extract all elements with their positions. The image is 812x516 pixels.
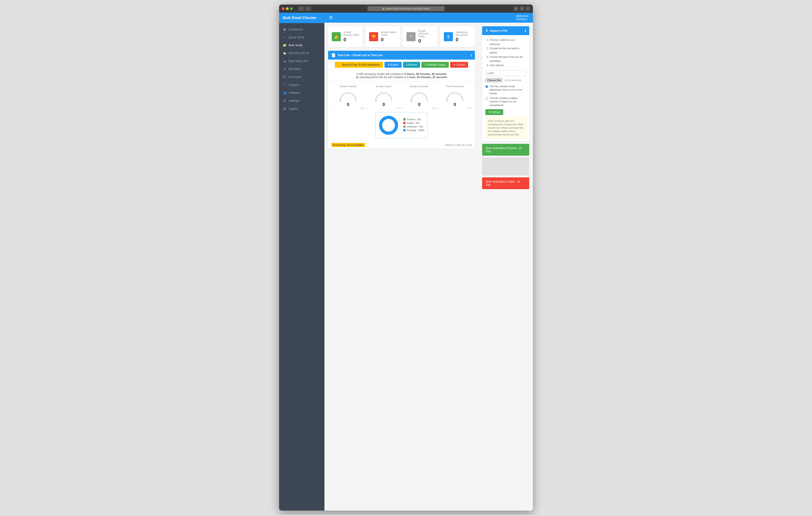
verif-passed-card[interactable]: Bulk Verifications Passed - 10 Day — [482, 144, 529, 156]
radio-group: This file contains email addresses only … — [485, 85, 526, 107]
panel-title: Test List – Email List to Test.csv — [338, 54, 469, 57]
close-button[interactable] — [282, 7, 285, 10]
radio-input-csv-only[interactable] — [485, 85, 488, 88]
main-content: ☰ Welcome! Richard L 👍 Emails Passed Tod… — [324, 13, 533, 511]
sidebar-item-dashboard[interactable]: ▦Dashboard — [279, 25, 324, 33]
lock-icon: 🔒 — [382, 7, 385, 10]
sidebar-label-purchase: Purchase — [289, 75, 301, 79]
sidebar-item-support[interactable]: ?Support — [279, 81, 324, 89]
gauge-value: 0 — [402, 102, 437, 107]
choose-file-button[interactable]: Choose File — [485, 78, 503, 83]
svg-point-1 — [384, 121, 393, 130]
legend-dot — [403, 129, 406, 131]
remaining-time: 6 hours, 59 minutes, 40 seconds — [405, 72, 446, 75]
gauge-svg — [374, 89, 394, 102]
purchase-icon: 🛒 — [283, 75, 286, 79]
sidebar-item-settings[interactable]: ⚙Settings — [279, 97, 324, 105]
pie-chart — [378, 115, 399, 135]
cancel-button[interactable]: ✕ Cancel — [450, 62, 468, 68]
sidebar-item-affiliates[interactable]: 👥Affiliates — [279, 89, 324, 97]
content-area: 👍 Emails Passed Today 0 👎 Emails Failed … — [324, 23, 533, 511]
remaining-info: 5,000 remaining emails will complete in … — [328, 70, 475, 81]
file-row: Choose File no file selected — [485, 78, 526, 83]
maximize-button[interactable] — [290, 7, 293, 10]
export-button[interactable]: ⬆ Export — [384, 62, 402, 68]
download-icon[interactable]: ⬇ — [514, 6, 518, 11]
url-bar[interactable]: 🔒 panel.bulkemailchecker.com/bulk-verify… — [368, 6, 444, 11]
stat-label-validations: Validations Remaining — [456, 31, 471, 36]
verif-failed-card[interactable]: Bulk Verifications Failed - 10 Day — [482, 177, 529, 189]
user-name: Richard L — [516, 18, 528, 21]
import-body: Choose a label for your reference.Choose… — [482, 35, 529, 141]
file-icon: 📄 — [331, 53, 336, 57]
minimize-button[interactable] — [286, 7, 289, 10]
legend-dot — [403, 122, 406, 124]
upload-button[interactable]: ⬆ Upload — [485, 109, 503, 115]
sidebar-item-bulk-verify[interactable]: 📁Bulk Verify — [279, 41, 324, 49]
chart-legend: Passed - 0%Failed - 0%Unknown - 0%Pendin… — [403, 118, 425, 132]
app-layout: Bulk Email Checker ▦Dashboard✓Quick Veri… — [279, 13, 533, 511]
logo-text: Bulk Email Checker — [283, 16, 321, 20]
panel-info-icon[interactable]: ℹ — [470, 54, 472, 57]
sidebar-item-purchase[interactable]: 🛒Purchase — [279, 73, 324, 81]
unknown-icon: ? — [406, 32, 415, 41]
failed-icon: 👎 — [369, 32, 378, 41]
stat-card-validations: $ Validations Remaining 0 — [440, 26, 475, 47]
sidebar-item-restful-api[interactable]: ⛅RESTful API v4 — [279, 49, 324, 57]
sidebar-item-blacklists[interactable]: ⊘Blacklists — [279, 65, 324, 73]
hamburger-icon[interactable]: ☰ — [329, 15, 332, 20]
upload-icon: ⬆ — [485, 29, 488, 33]
stat-value-validations: 0 — [456, 37, 471, 42]
legend-label: Passed - 0% — [407, 118, 421, 121]
main-panel: 📄 Test List – Email List to Test.csv ℹ ⚡… — [328, 51, 475, 149]
back-button[interactable]: ‹ — [298, 6, 304, 11]
nav-buttons: ‹ › — [298, 6, 311, 11]
chart-area: Passed - 0%Failed - 0%Unknown - 0%Pendin… — [328, 110, 475, 141]
radio-input-multi-col[interactable] — [485, 97, 488, 100]
import-step: Choose a label for your reference. — [489, 38, 526, 46]
restful-api-icon: ⛅ — [283, 52, 286, 55]
topbar: ☰ Welcome! Richard L — [324, 13, 533, 23]
sidebar-logo: Bulk Email Checker — [279, 13, 324, 23]
bulk-verify-api-icon: ☁ — [283, 59, 286, 63]
radio-label-csv-only: This file contains email addresses only … — [490, 85, 526, 95]
note-text: *Files must be in plain text formatting … — [488, 120, 523, 136]
share-icon[interactable]: ⬆ — [520, 6, 524, 11]
boost-time: 1 hour, 26 minutes, 20 seconds — [407, 75, 447, 79]
sidebar-item-logout[interactable]: ⏻Logout — [279, 105, 324, 113]
gauge-range: 05000 — [366, 107, 402, 110]
sidebar-item-bulk-verify-api[interactable]: ☁Bulk Verify API — [279, 57, 324, 65]
label-input[interactable] — [485, 70, 526, 76]
processing-badge: Processing: 0% Completed — [331, 143, 365, 147]
gauge-range: 05000 — [437, 107, 473, 110]
dashboard-icon: ▦ — [283, 28, 286, 31]
chart-box: Passed - 0%Failed - 0%Unknown - 0%Pendin… — [375, 112, 428, 139]
sidebar-label-support: Support — [289, 83, 299, 87]
url-text: panel.bulkemailchecker.com/bulk-verify/ — [386, 7, 430, 10]
import-step: Click Upload. — [489, 63, 526, 67]
import-info-icon[interactable]: ℹ — [525, 29, 526, 33]
refresh-status-button[interactable]: ↻ Refresh Status — [422, 62, 449, 68]
sidebar-label-blacklists: Blacklists — [289, 67, 301, 71]
gauge-label: Emails Passed — [330, 85, 366, 88]
gauge-value: 0 — [330, 102, 366, 107]
add-tab-icon[interactable]: + — [526, 6, 530, 11]
legend-item: Failed - 0% — [403, 122, 425, 124]
forward-button[interactable]: › — [305, 6, 311, 11]
gauge-label: Emails Failed — [366, 85, 402, 88]
sidebar-item-quick-verify[interactable]: ✓Quick Verify — [279, 33, 324, 41]
list-name: Test List — [338, 54, 350, 57]
stat-card-passed: 👍 Emails Passed Today 0 — [328, 26, 363, 47]
legend-label: Failed - 0% — [407, 122, 419, 124]
review-button[interactable]: ℹ Review — [403, 62, 420, 68]
remaining-text: 5,000 remaining emails will complete in — [357, 72, 404, 75]
boost-button[interactable]: ⚡ Boost & Pay 25,000 validations — [335, 62, 383, 68]
import-steps: Choose a label for your reference.Choose… — [485, 38, 526, 67]
sidebar-label-bulk-verify: Bulk Verify — [289, 43, 302, 47]
gauge-emails-unknown: Emails Unknown 0 05000 — [402, 85, 437, 110]
sidebar-label-restful-api: RESTful API v4 — [289, 52, 309, 55]
no-file-text: no file selected — [504, 79, 521, 82]
content-left: 👍 Emails Passed Today 0 👎 Emails Failed … — [324, 23, 478, 511]
import-header: ⬆ Import a File ℹ — [482, 26, 529, 35]
gauge-range: 05000 — [402, 107, 437, 110]
